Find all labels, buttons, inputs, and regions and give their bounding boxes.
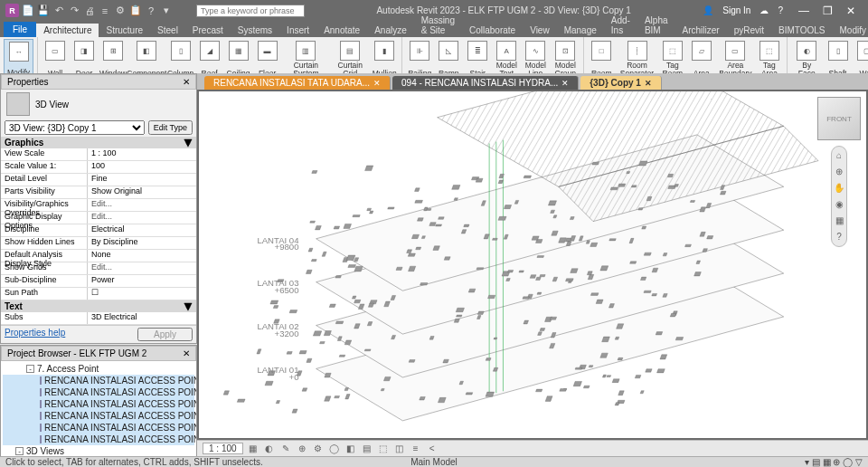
prop-row[interactable]: Visibility/Graphics OverridesEdit...	[1, 199, 196, 212]
menu-tab-alpha-bim[interactable]: Alpha BIM	[637, 14, 675, 37]
menu-tab-file[interactable]: File	[4, 22, 36, 37]
view-control-icon[interactable]: ⊕	[296, 443, 308, 453]
prop-row[interactable]: View Scale1 : 100	[1, 148, 196, 161]
minimize-button[interactable]: —	[792, 5, 816, 17]
qat-10[interactable]: ▾	[160, 5, 173, 17]
view-control-icon[interactable]: ◫	[393, 443, 406, 453]
help-icon[interactable]: ?	[778, 5, 783, 15]
prop-section-graphics[interactable]: Graphics⯆	[1, 137, 196, 148]
user-icon[interactable]: 👤	[703, 5, 713, 15]
menu-tab-view[interactable]: View	[523, 24, 557, 37]
project-tree[interactable]: -7. Access PointRENCANA INSTALASI ACCESS…	[1, 361, 196, 467]
menu-tab-modify[interactable]: Modify	[832, 24, 868, 37]
menu-tab-precast[interactable]: Precast	[185, 24, 231, 37]
prop-row[interactable]: Parts VisibilityShow Original	[1, 186, 196, 199]
qat-5[interactable]: 🖨	[83, 5, 96, 17]
view-control-icon[interactable]: ⬚	[377, 443, 390, 453]
nav-icon[interactable]: ⌂	[834, 150, 844, 161]
view-cube[interactable]: FRONT	[817, 97, 861, 140]
qat-9[interactable]: ?	[145, 5, 157, 17]
view-control-icon[interactable]: ▤	[361, 443, 373, 453]
tab-close-icon[interactable]: ✕	[561, 79, 569, 88]
qat-2[interactable]: 💾	[37, 5, 50, 17]
view-control-icon[interactable]: ◧	[344, 443, 357, 453]
prop-section-text[interactable]: Text⯆	[1, 300, 196, 312]
view-control-icon[interactable]: ▦	[247, 443, 259, 453]
browser-close-icon[interactable]: ✕	[183, 348, 190, 358]
menu-tab-systems[interactable]: Systems	[231, 24, 279, 37]
search-input[interactable]	[196, 5, 305, 17]
view-control-icon[interactable]: ◐	[263, 443, 276, 453]
menu-tab-architecture[interactable]: Architecture	[36, 24, 99, 37]
qat-0[interactable]: R	[5, 4, 19, 17]
properties-help-link[interactable]: Properties help	[5, 328, 65, 341]
prop-row[interactable]: Scale Value 1:100	[1, 161, 196, 174]
tab-close-icon[interactable]: ✕	[645, 79, 652, 88]
maximize-button[interactable]: ❐	[816, 5, 839, 17]
prop-row[interactable]: Show GridsEdit...	[1, 262, 196, 275]
menu-tab-insert[interactable]: Insert	[279, 24, 316, 37]
prop-row[interactable]: Sub-DisciplinePower	[1, 275, 196, 288]
tree-node[interactable]: RENCANA INSTALASI ACCESS POINT LANTAI 01	[3, 375, 194, 386]
menu-tab-annotate[interactable]: Annotate	[316, 24, 367, 37]
menu-tab-pyrevit[interactable]: pyRevit	[727, 24, 771, 37]
status-right-icons[interactable]: ▾ ▤ ▦ ⊕ ◯ ▽	[805, 457, 863, 467]
view-control-icon[interactable]: ⚙	[312, 443, 325, 453]
prop-row[interactable]: Graphic Display OptionsEdit...	[1, 212, 196, 224]
apply-button[interactable]: Apply	[137, 328, 193, 341]
view-control-icon[interactable]: <	[426, 443, 439, 453]
tree-toggle-icon[interactable]: -	[15, 447, 24, 455]
prop-row[interactable]: DisciplineElectrical	[1, 224, 196, 237]
qat-1[interactable]: 📄	[22, 5, 34, 17]
menu-tab-manage[interactable]: Manage	[557, 24, 604, 37]
prop-row[interactable]: Detail LevelFine	[1, 174, 196, 186]
view-control-icon[interactable]: ≡	[410, 443, 422, 453]
qat-3[interactable]: ↶	[52, 5, 65, 17]
menu-tab-steel[interactable]: Steel	[150, 24, 185, 37]
prop-row[interactable]: Default Analysis Display StyleNone	[1, 250, 196, 262]
nav-icon[interactable]: ✋	[834, 183, 844, 194]
view-tab[interactable]: RENCANA INSTALASI TATA UDARA...✕	[204, 76, 391, 90]
menu-tab-add-ins[interactable]: Add-Ins	[604, 14, 637, 37]
cloud-icon[interactable]: ☁	[760, 5, 769, 15]
tree-node[interactable]: RENCANA INSTALASI ACCESS POINT LANTAI 03	[3, 398, 194, 410]
edit-type-button[interactable]: Edit Type	[148, 120, 193, 135]
nav-icon[interactable]: ◉	[834, 199, 844, 210]
prop-row[interactable]: Subs3D Electrical	[1, 312, 196, 325]
tree-node[interactable]: -7. Access Point	[3, 363, 194, 375]
prop-row[interactable]: Show Hidden LinesBy Discipline	[1, 237, 196, 250]
qat-8[interactable]: 📋	[129, 5, 142, 17]
nav-icon[interactable]: ?	[834, 232, 844, 243]
menu-tab-analyze[interactable]: Analyze	[367, 24, 414, 37]
menu-tab-massing-site[interactable]: Massing & Site	[414, 14, 462, 37]
qat-6[interactable]: ≡	[99, 5, 111, 17]
menu-tab-archilizer[interactable]: Archilizer	[675, 24, 727, 37]
navigation-bar[interactable]: ⌂⊕✋◉▦?	[831, 146, 847, 247]
close-button[interactable]: ✕	[839, 5, 863, 17]
view-control-icon[interactable]: ✎	[279, 443, 292, 453]
model-group-icon: ⊡	[555, 41, 575, 61]
tree-toggle-icon[interactable]: -	[26, 365, 34, 373]
tree-node[interactable]: RENCANA INSTALASI ACCESS POINT LANTAI 02	[3, 386, 194, 398]
drawing-canvas[interactable]: LANTAI 04+9800 LANTAI 03+6500 LANTAI 02+…	[199, 91, 866, 438]
view-tab[interactable]: {3D} Copy 1✕	[580, 76, 662, 90]
tree-node[interactable]: RENCANA INSTALASI ACCESS POINT LANTAI 05	[3, 422, 194, 434]
signin-link[interactable]: Sign In	[722, 5, 750, 15]
tree-node[interactable]: RENCANA INSTALASI ACCESS POINT SEMI BASE…	[3, 434, 194, 445]
menu-tab-collaborate[interactable]: Collaborate	[462, 24, 523, 37]
properties-close-icon[interactable]: ✕	[183, 77, 190, 87]
nav-icon[interactable]: ▦	[834, 215, 844, 226]
menu-tab-bimtools[interactable]: BIMTOOLS	[771, 24, 833, 37]
nav-icon[interactable]: ⊕	[834, 167, 844, 177]
tab-close-icon[interactable]: ✕	[373, 79, 381, 88]
status-workset[interactable]: Main Model	[410, 457, 458, 467]
menu-tab-structure[interactable]: Structure	[99, 24, 150, 37]
prop-row[interactable]: Sun Path☐	[1, 288, 196, 300]
qat-4[interactable]: ↷	[68, 5, 80, 17]
instance-selector[interactable]: 3D View: {3D} Copy 1	[5, 120, 145, 135]
qat-7[interactable]: ⚙	[114, 5, 127, 17]
tree-node[interactable]: RENCANA INSTALASI ACCESS POINT LANTAI 04	[3, 410, 194, 422]
view-tab[interactable]: 094 - RENCANA INSTALASI HYDRA...✕	[392, 76, 579, 90]
view-control-icon[interactable]: ◯	[328, 443, 341, 453]
view-scale[interactable]: 1 : 100	[203, 443, 243, 454]
